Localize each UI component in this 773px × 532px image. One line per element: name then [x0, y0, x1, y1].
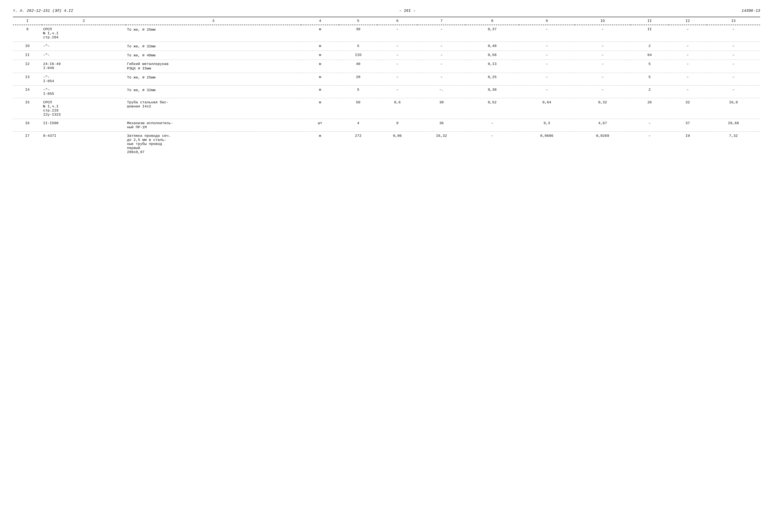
cell-row-14-col9: –	[519, 86, 575, 98]
cell-row-10-col5: 5	[339, 42, 377, 51]
table-row: I224-I6-49 I-049Гибкий металлорукав РЗЦХ…	[13, 60, 760, 73]
cell-row-13-col3: То же, ∅ 25мм	[126, 73, 301, 86]
cell-row-15-col3: Труба стальная бес- шовная I4х2	[126, 98, 301, 119]
cell-row-12-col10: –	[575, 60, 631, 73]
table-row: I5СРСП № I,ч.I стр.II8 I2у-I323Труба ста…	[13, 98, 760, 119]
col-header-1: I	[13, 17, 42, 25]
cell-row-12-col1: I2	[13, 60, 42, 73]
cell-row-15-col1: I5	[13, 98, 42, 119]
col-header-4: 4	[301, 17, 339, 25]
cell-row-10-col11: 2	[631, 42, 669, 51]
cell-row-17-col2: 8-437I	[42, 132, 126, 157]
cell-row-15-col5: 50	[339, 98, 377, 119]
cell-row-14-col3: То же, ∅ 32мм	[126, 86, 301, 98]
cell-row-11-col12: –	[669, 51, 707, 60]
cell-row-12-col8: 0,I3	[465, 60, 519, 73]
cell-row-9-col3: То же, ∅ 25мм	[126, 25, 301, 42]
cell-row-11-col1: II	[13, 51, 42, 60]
cell-row-13-col11: 5	[631, 73, 669, 86]
cell-row-16-col8: –	[465, 119, 519, 132]
cell-row-12-col4: м	[301, 60, 339, 73]
cell-row-9-col11: II	[631, 25, 669, 42]
col-header-8: 8	[465, 17, 519, 25]
cell-row-13-col10: –	[575, 73, 631, 86]
cell-row-15-col13: I6,0	[707, 98, 760, 119]
cell-row-13-col12: –	[669, 73, 707, 86]
cell-row-9-col10: –	[575, 25, 631, 42]
cell-row-16-col3: Механизм исполнитель- ный ПР-1М	[126, 119, 301, 132]
cell-row-17-col9: 0,0686	[519, 132, 575, 157]
cell-row-11-col5: IIO	[339, 51, 377, 60]
col-header-6: 6	[377, 17, 418, 25]
cell-row-17-col1: I7	[13, 132, 42, 157]
cell-row-15-col11: 26	[631, 98, 669, 119]
cell-row-10-col8: 0,48	[465, 42, 519, 51]
cell-row-9-col9: –	[519, 25, 575, 42]
cell-row-17-col7: I6,32	[417, 132, 465, 157]
cell-row-12-col3: Гибкий металлорукав РЗЦХ ∅ I5мм	[126, 60, 301, 73]
cell-row-12-col9: –	[519, 60, 575, 73]
cell-row-11-col10: –	[575, 51, 631, 60]
cell-row-14-col8: 0,30	[465, 86, 519, 98]
cell-row-17-col8: –	[465, 132, 519, 157]
table-row: 9СРСП № I,ч.I стр.I04То же, ∅ 25ммм30––0…	[13, 25, 760, 42]
cell-row-9-col2: СРСП № I,ч.I стр.I04	[42, 25, 126, 42]
cell-row-12-col7: –	[417, 60, 465, 73]
cell-row-14-col10: –	[575, 86, 631, 98]
cell-row-15-col4: м	[301, 98, 339, 119]
cell-row-10-col1: IO	[13, 42, 42, 51]
cell-row-17-col13: 7,32	[707, 132, 760, 157]
cell-row-12-col5: 40	[339, 60, 377, 73]
cell-row-13-col2: –"– I-054	[42, 73, 126, 86]
cell-row-11-col2: –"–	[42, 51, 126, 60]
cell-row-12-col11: 5	[631, 60, 669, 73]
cell-row-11-col6: –	[377, 51, 418, 60]
cell-row-13-col6: –	[377, 73, 418, 86]
cell-row-9-col7: –	[417, 25, 465, 42]
cell-row-14-col1: I4	[13, 86, 42, 98]
cell-row-11-col9: –	[519, 51, 575, 60]
col-header-13: I3	[707, 17, 760, 25]
cell-row-11-col13: –	[707, 51, 760, 60]
cell-row-14-col5: 5	[339, 86, 377, 98]
cell-row-15-col9: 0,64	[519, 98, 575, 119]
cell-row-10-col10: –	[575, 42, 631, 51]
cell-row-14-col2: –"– I-055	[42, 86, 126, 98]
cell-row-14-col11: 2	[631, 86, 669, 98]
cell-row-14-col13: –	[707, 86, 760, 98]
cell-row-16-col10: 4,67	[575, 119, 631, 132]
cell-row-17-col5: 272	[339, 132, 377, 157]
col-header-12: I2	[669, 17, 707, 25]
col-header-11: II	[631, 17, 669, 25]
cell-row-11-col11: 64	[631, 51, 669, 60]
cell-row-16-col1: I6	[13, 119, 42, 132]
cell-row-12-col6: –	[377, 60, 418, 73]
cell-row-17-col10: 0,0269	[575, 132, 631, 157]
col-header-10: IO	[575, 17, 631, 25]
main-table: I 2 3 4 5 6 7 8 9 IO II I2 I3 9СРСП № I,…	[13, 17, 760, 156]
cell-row-10-col3: То же, ∅ 32мм	[126, 42, 301, 51]
header-right: 14396·13	[742, 9, 760, 13]
cell-row-9-col13: –	[707, 25, 760, 42]
cell-row-14-col4: м	[301, 86, 339, 98]
cell-row-12-col2: 24-I6-49 I-049	[42, 60, 126, 73]
cell-row-10-col13: –	[707, 42, 760, 51]
cell-row-11-col4: м	[301, 51, 339, 60]
table-row: II–"–То же, ∅ 40мммIIO––0,58––64––	[13, 51, 760, 60]
cell-row-15-col7: 30	[417, 98, 465, 119]
table-row: I4–"– I-055То же, ∅ 32ммм5––.0,30––2––	[13, 86, 760, 98]
cell-row-13-col8: 0,25	[465, 73, 519, 86]
cell-row-15-col8: 0,52	[465, 98, 519, 119]
cell-row-10-col7: –	[417, 42, 465, 51]
col-header-2: 2	[42, 17, 126, 25]
cell-row-10-col6: –	[377, 42, 418, 51]
cell-row-16-col12: 37	[669, 119, 707, 132]
cell-row-17-col11: –	[631, 132, 669, 157]
cell-row-12-col13: –	[707, 60, 760, 73]
cell-row-16-col9: 9,3	[519, 119, 575, 132]
cell-row-15-col10: 0,32	[575, 98, 631, 119]
col-header-9: 9	[519, 17, 575, 25]
col-header-7: 7	[417, 17, 465, 25]
page-header: т. п. 262-12-151 (ЭЛ) 4.II – 26I – 14396…	[13, 9, 760, 13]
cell-row-10-col9: –	[519, 42, 575, 51]
